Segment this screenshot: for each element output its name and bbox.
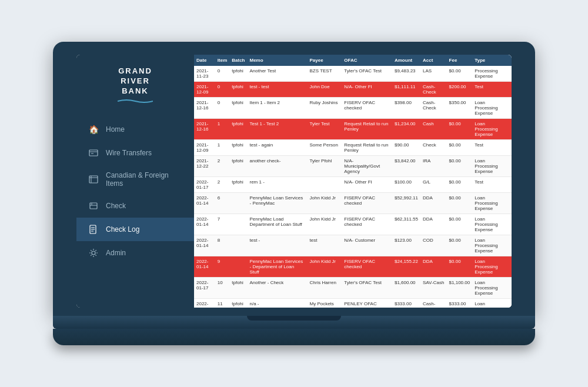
table-cell: $398.00 [392,98,420,119]
table-row[interactable]: 2021-12-090tpfohitest - testJohn DoeN/A-… [194,82,512,98]
table-cell: DDA [420,214,447,235]
table-cell [229,235,247,256]
table-cell: PennyMac Loan Services - PennyMac [248,193,308,214]
table-row[interactable]: 2021-12-160tpfohiItem 1 - Item 2Ruby Jos… [194,98,512,119]
table-cell: 8 [215,235,229,256]
sidebar-item-check-log-label: Check Log [106,225,139,233]
svg-rect-6 [90,203,97,209]
table-cell: $0.00 [447,140,473,156]
sidebar-item-check[interactable]: Check [76,194,194,218]
table-row[interactable]: 2022-01-148test -testN/A- Customer$123.0… [194,235,512,256]
table-cell: Test 1 - Test 2 [248,119,308,140]
col-date: Date [194,55,215,66]
table-cell: SAV-Cash [420,278,447,299]
table-cell: 2022-01-14 [194,214,215,235]
table-row[interactable]: 2021-12-161tpfohiTest 1 - Test 2Tyler Te… [194,119,512,140]
table-cell: $1,111.11 [392,82,420,98]
table-cell: tpfohi [229,278,247,299]
table-cell: Loan Processing Expense [472,119,512,140]
table-cell: Some Person [308,140,342,156]
table-cell: 2021-12-22 [194,156,215,177]
check-icon [88,201,99,211]
table-cell: tpfohi [229,177,247,193]
svg-rect-3 [89,176,98,183]
table-cell: FISERV OFAC checked [342,193,392,214]
table-row[interactable]: 2022-01-147PennyMac Load Department of L… [194,214,512,235]
logo-wave-icon [118,99,153,104]
col-acct: Acct [420,55,447,66]
table-row[interactable]: 2021-12-091tpfohitest - againSome Person… [194,140,512,156]
canadian-foreign-icon [88,174,99,185]
col-memo: Memo [248,55,308,66]
table-cell: My Pockets [308,299,342,308]
main-content: Date Item Batch Memo Payee OFAC Amount A… [194,55,512,308]
table-cell: tpfohi [229,82,247,98]
table-cell: N/A- Other FI [342,177,392,193]
table-cell: PennyMac Loan Services - Department of L… [248,256,308,278]
table-cell: $3,842.00 [392,156,420,177]
table-row[interactable]: 2022-01-1711tpfohin/a -My PocketsPENLEY … [194,299,512,308]
sidebar-item-wire-transfers[interactable]: Wire Transfers [76,141,194,165]
table-cell: another check- [248,156,308,177]
sidebar-item-home[interactable]: 🏠 Home [76,118,194,141]
table-cell: 11 [215,299,229,308]
table-cell: PENLEY OFAC checked [342,299,392,308]
table-cell: 2 [215,177,229,193]
table-cell: Cash-Check [420,82,447,98]
table-cell: Loan Processing Expense [472,156,512,177]
table-cell: Test [472,140,512,156]
table-cell: $0.00 [447,156,473,177]
col-batch: Batch [229,55,247,66]
logo-text: GRAND RIVER BANK [118,66,152,96]
table-row[interactable]: 2022-01-149PennyMac Loan Services - Depa… [194,256,512,278]
table-cell: test - [248,235,308,256]
table-cell: Cash-Check [420,98,447,119]
table-cell: rem 1 - [248,177,308,193]
laptop-keyboard [53,329,535,345]
table-cell: Test [472,177,512,193]
table-cell: John Kidd Jr [308,256,342,278]
table-cell [308,177,342,193]
table-cell: $9,483.23 [392,66,420,82]
table-row[interactable]: 2022-01-172tpfohirem 1 -N/A- Other FI$10… [194,177,512,193]
sidebar-item-canadian-foreign[interactable]: Canadian & Foreign Items [76,165,194,194]
table-cell: Another Test [248,66,308,82]
table-cell: 10 [215,278,229,299]
svg-rect-0 [89,150,98,156]
table-header-row: Date Item Batch Memo Payee OFAC Amount A… [194,55,512,66]
sidebar-item-admin[interactable]: Admin [76,241,194,265]
sidebar-item-wire-transfers-label: Wire Transfers [106,149,152,157]
table-cell: $62,311.55 [392,214,420,235]
table-row[interactable]: 2021-11-230tpfohiAnother TestBZS TESTTyl… [194,66,512,82]
table-cell: $200.00 [447,82,473,98]
laptop-hinge [247,316,341,321]
table-cell: tpfohi [229,299,247,308]
col-type: Type [472,55,512,66]
table-cell: Processing Expense [472,66,512,82]
col-item: Item [215,55,229,66]
table-cell: tpfohi [229,140,247,156]
table-cell: $0.00 [447,177,473,193]
table-cell: 1 [215,119,229,140]
table-cell: Loan Processing Expense [472,235,512,256]
table-cell: Item 1 - Item 2 [248,98,308,119]
table-row[interactable]: 2022-01-1710tpfohiAnother - CheckChris H… [194,278,512,299]
table-cell: 7 [215,214,229,235]
table-cell: Request Retail to run Penley [342,119,392,140]
table-cell: Test [472,82,512,98]
table-cell: tpfohi [229,156,247,177]
sidebar-item-check-log[interactable]: Check Log [76,218,194,241]
table-cell: 2021-11-23 [194,66,215,82]
table-cell: IRA [420,156,447,177]
table-cell: Request Retail to run Penley [342,140,392,156]
table-cell: Tyler's OFAC Test [342,278,392,299]
content-scroll-area[interactable]: Date Item Batch Memo Payee OFAC Amount A… [194,55,512,308]
table-cell: Chris Harren [308,278,342,299]
table-row[interactable]: 2022-01-146PennyMac Loan Services - Penn… [194,193,512,214]
table-cell: John Doe [308,82,342,98]
table-cell: Ruby Joshins [308,98,342,119]
table-cell: 2021-12-09 [194,140,215,156]
table-cell: tpfohi [229,66,247,82]
table-row[interactable]: 2021-12-222tpfohianother check-Tyler Pfo… [194,156,512,177]
table-cell: $100.00 [392,177,420,193]
